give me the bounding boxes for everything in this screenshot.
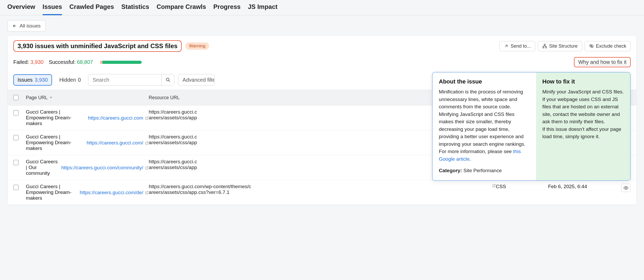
external-link-icon: [145, 166, 149, 170]
stats-row: Failed: 3,930 Successful: 68,807 Why and…: [8, 54, 636, 72]
about-title: About the issue: [439, 78, 530, 85]
col-resource-url[interactable]: Resource URL: [149, 95, 180, 100]
external-link-icon: [145, 116, 149, 120]
svg-rect-0: [544, 44, 545, 46]
send-to-button[interactable]: Send to...: [499, 41, 535, 51]
issue-title-text: 3,930 issues with unminified JavaScript …: [18, 42, 177, 49]
about-body: Minification is the process of removing …: [439, 88, 530, 163]
tab-statistics[interactable]: Statistics: [121, 3, 149, 15]
row-resource-url[interactable]: https://careers.gucci.com/wp-content/the…: [149, 184, 496, 195]
view-button[interactable]: [621, 184, 631, 192]
search-icon: [166, 77, 170, 82]
external-link-icon: [145, 191, 149, 195]
site-structure-button[interactable]: Site Structure: [538, 41, 582, 51]
eye-off-icon: [589, 44, 594, 48]
row-checkbox[interactable]: [13, 185, 19, 190]
fix-body: Minify your JavaScript and CSS files. If…: [542, 88, 624, 141]
table-row: Gucci Careers | Empowering Dream-makers …: [8, 180, 636, 205]
main-tabs: Overview Issues Crawled Pages Statistics…: [0, 0, 644, 15]
row-checkbox[interactable]: [13, 110, 19, 115]
chip-issues-count: 3,930: [35, 77, 48, 83]
tab-js-impact[interactable]: JS Impact: [248, 3, 277, 15]
advanced-filters-button[interactable]: Advanced filters: [178, 74, 215, 86]
chip-issues[interactable]: Issues 3,930: [14, 75, 51, 85]
why-fix-box: Why and how to fix it: [574, 57, 631, 67]
row-page-url[interactable]: https://careers.gucci.com: [88, 115, 149, 121]
tab-issues[interactable]: Issues: [43, 3, 62, 15]
svg-rect-1: [543, 47, 544, 48]
fix-title: How to fix it: [542, 78, 624, 85]
row-page-url[interactable]: https://careers.gucci.com/community/: [61, 165, 149, 171]
svg-point-5: [625, 187, 627, 189]
successful-label: Successful:: [49, 59, 76, 65]
row-page-title: Gucci Careers | Empowering Dream-makers: [26, 134, 85, 151]
row-page-url[interactable]: https://careers.gucci.com/: [87, 140, 149, 146]
successful-count: 68,807: [77, 59, 93, 65]
search-input[interactable]: [88, 74, 162, 85]
category-line: Category: Site Performance: [439, 167, 530, 175]
fix-popover: About the issue Minification is the proc…: [432, 72, 631, 181]
filter-row: Issues 3,930 Hidden 0 Advanced filters A…: [8, 72, 636, 90]
site-structure-label: Site Structure: [549, 43, 578, 49]
arrow-left-icon: [12, 24, 17, 28]
back-label: All issues: [20, 23, 41, 29]
external-link-icon: [145, 141, 149, 145]
issue-panel: 3,930 issues with unminified JavaScript …: [7, 35, 637, 205]
chip-hidden-label: Hidden: [59, 77, 76, 83]
issue-hidden-toggle: Issues 3,930: [13, 74, 52, 86]
failed-label: Failed:: [13, 59, 29, 65]
progress-bar: [100, 61, 142, 64]
send-to-label: Send to...: [511, 43, 531, 49]
svg-rect-2: [545, 47, 547, 48]
chip-hidden-count: 0: [78, 77, 81, 83]
failed-count: 3,930: [31, 59, 44, 65]
select-all-checkbox[interactable]: [13, 95, 19, 100]
external-link-icon: [492, 184, 496, 188]
panel-header: 3,930 issues with unminified JavaScript …: [8, 36, 636, 54]
row-checkbox[interactable]: [13, 135, 19, 140]
tab-overview[interactable]: Overview: [7, 3, 35, 15]
sort-icon[interactable]: [50, 96, 53, 99]
row-date: Feb 6, 2025, 6:44: [548, 184, 616, 189]
chip-issues-label: Issues: [18, 77, 33, 83]
tab-compare-crawls[interactable]: Compare Crawls: [157, 3, 206, 15]
toolbar: All issues: [0, 15, 644, 35]
advanced-filters-label: Advanced filters: [182, 77, 215, 83]
col-page-url[interactable]: Page URL: [26, 95, 48, 100]
share-arrow-icon: [504, 44, 509, 48]
row-page-url[interactable]: https://careers.gucci.com/de/: [80, 190, 149, 195]
row-page-title: Gucci Careers | Empowering Dream-makers: [26, 184, 78, 201]
search-field-wrap: [88, 74, 174, 86]
row-type: CSS: [496, 184, 548, 189]
exclude-check-button[interactable]: Exclude check: [585, 41, 631, 51]
svg-point-4: [166, 78, 169, 81]
back-button[interactable]: All issues: [7, 20, 45, 32]
chip-hidden[interactable]: Hidden 0: [56, 75, 85, 85]
exclude-label: Exclude check: [596, 43, 626, 49]
sitemap-icon: [542, 44, 547, 48]
issue-title: 3,930 issues with unminified JavaScript …: [13, 40, 182, 52]
tab-progress[interactable]: Progress: [213, 3, 240, 15]
row-page-title: Gucci Careers | Empowering Dream-makers: [26, 109, 86, 126]
tab-crawled-pages[interactable]: Crawled Pages: [69, 3, 114, 15]
severity-badge: Warning: [185, 42, 209, 50]
row-checkbox[interactable]: [13, 160, 19, 165]
row-page-title: Gucci Careers | Our community: [26, 159, 59, 176]
why-fix-link[interactable]: Why and how to fix it: [578, 59, 626, 65]
search-button[interactable]: [162, 74, 174, 85]
